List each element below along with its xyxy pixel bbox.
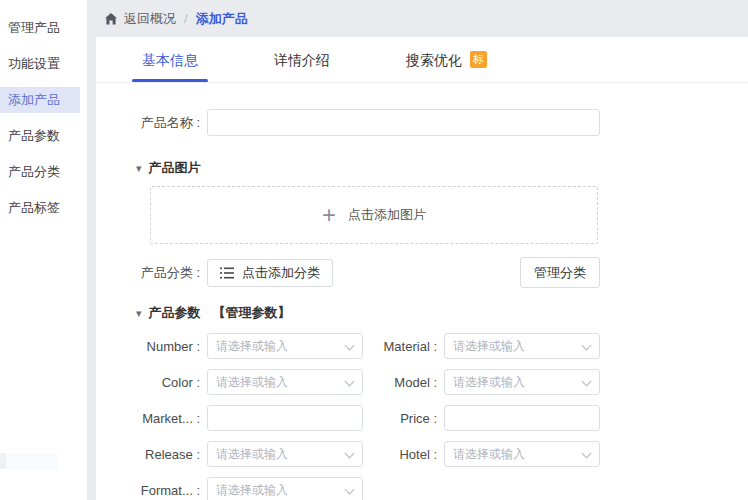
add-category-button[interactable]: 点击添加分类 (207, 259, 333, 287)
chevron-down-icon (346, 448, 354, 456)
param-label: Model : (363, 375, 437, 390)
sidebar-item-product-category[interactable]: 产品分类 (0, 159, 87, 185)
param-select-hotel[interactable]: 请选择或输入 (444, 441, 600, 467)
param-select-model[interactable]: 请选择或输入 (444, 369, 600, 395)
chevron-down-icon (346, 484, 354, 492)
tab-bar: 基本信息 详情介绍 搜索优化 标 (96, 37, 748, 83)
tab-basic-info-label: 基本信息 (142, 38, 198, 82)
params-row: Number : 请选择或输入 Material : 请选择或输入 (96, 333, 602, 359)
plus-icon: + (322, 203, 336, 227)
sidebar-item-manage-products[interactable]: 管理产品 (0, 15, 87, 41)
product-name-input[interactable] (207, 109, 600, 136)
sidebar-item-add-product[interactable]: 添加产品 (0, 87, 80, 113)
param-field-material: Material : 请选择或输入 (363, 333, 600, 359)
param-label: Release : (96, 447, 200, 462)
param-select-release[interactable]: 请选择或输入 (207, 441, 363, 467)
param-field-number: Number : 请选择或输入 (96, 333, 363, 359)
param-field-color: Color : 请选择或输入 (96, 369, 363, 395)
params-row: Format... : 请选择或输入 (96, 477, 602, 500)
add-image-label: 点击添加图片 (348, 206, 426, 224)
product-form: 产品名称 : ▾ 产品图片 + 点击添加图片 产品分类 : 点击添加分类 (96, 83, 602, 500)
add-category-button-label: 点击添加分类 (242, 264, 320, 282)
breadcrumb-current: 添加产品 (196, 10, 248, 28)
tab-basic-info[interactable]: 基本信息 (132, 37, 208, 83)
params-row: Market... : Price : (96, 405, 602, 431)
param-field-format: Format... : 请选择或输入 (96, 477, 363, 500)
tab-detail-intro-label: 详情介绍 (274, 38, 330, 82)
product-params-section-header: ▾ 产品参数 【管理参数】 (136, 304, 602, 322)
home-icon[interactable] (104, 12, 118, 26)
select-placeholder: 请选择或输入 (453, 446, 583, 463)
breadcrumb: 返回概况 / 添加产品 (88, 0, 748, 37)
watermark (0, 453, 58, 469)
param-label: Market... : (96, 411, 200, 426)
content-card: 基本信息 详情介绍 搜索优化 标 产品名称 : ▾ 产品图片 + (96, 37, 748, 500)
manage-params-link[interactable]: 【管理参数】 (213, 304, 291, 322)
chevron-down-icon (583, 448, 591, 456)
caret-down-icon[interactable]: ▾ (136, 307, 142, 320)
param-select-color[interactable]: 请选择或输入 (207, 369, 363, 395)
param-input-price[interactable] (444, 405, 600, 431)
params-row: Color : 请选择或输入 Model : 请选择或输入 (96, 369, 602, 395)
main-area: 返回概况 / 添加产品 基本信息 详情介绍 搜索优化 标 产品名称 : (88, 0, 748, 500)
breadcrumb-separator: / (184, 11, 188, 26)
param-field-model: Model : 请选择或输入 (363, 369, 600, 395)
manage-category-button[interactable]: 管理分类 (520, 257, 600, 288)
product-name-row: 产品名称 : (96, 109, 602, 136)
chevron-down-icon (346, 340, 354, 348)
tab-search-optimization-label: 搜索优化 (406, 38, 462, 82)
tab-search-optimization[interactable]: 搜索优化 标 (396, 37, 497, 83)
params-grid: Number : 请选择或输入 Material : 请选择或输入 (96, 333, 602, 500)
param-field-market: Market... : (96, 405, 363, 431)
product-category-row: 产品分类 : 点击添加分类 管理分类 (96, 259, 602, 287)
params-row: Release : 请选择或输入 Hotel : 请选择或输入 (96, 441, 602, 467)
param-select-format[interactable]: 请选择或输入 (207, 477, 363, 500)
param-select-material[interactable]: 请选择或输入 (444, 333, 600, 359)
sidebar-item-function-settings[interactable]: 功能设置 (0, 51, 87, 77)
chevron-down-icon (346, 376, 354, 384)
param-label: Color : (96, 375, 200, 390)
caret-down-icon[interactable]: ▾ (136, 162, 142, 175)
list-icon (220, 267, 234, 279)
select-placeholder: 请选择或输入 (216, 446, 346, 463)
param-label: Format... : (96, 483, 200, 498)
param-select-number[interactable]: 请选择或输入 (207, 333, 363, 359)
chevron-down-icon (583, 376, 591, 384)
product-params-section-title: 产品参数 (149, 304, 201, 322)
product-image-section-header: ▾ 产品图片 (136, 159, 602, 177)
breadcrumb-back-link[interactable]: 返回概况 (124, 10, 176, 28)
param-input-market[interactable] (207, 405, 363, 431)
product-category-label: 产品分类 : (96, 264, 200, 282)
param-label: Price : (363, 411, 437, 426)
product-name-label: 产品名称 : (96, 114, 200, 132)
param-field-hotel: Hotel : 请选择或输入 (363, 441, 600, 467)
add-image-upload-box[interactable]: + 点击添加图片 (150, 186, 598, 244)
tab-badge: 标 (470, 51, 487, 68)
param-label: Hotel : (363, 447, 437, 462)
select-placeholder: 请选择或输入 (216, 482, 346, 499)
select-placeholder: 请选择或输入 (453, 338, 583, 355)
param-field-price: Price : (363, 405, 600, 431)
param-field-release: Release : 请选择或输入 (96, 441, 363, 467)
param-label: Material : (363, 339, 437, 354)
chevron-down-icon (583, 340, 591, 348)
sidebar-item-product-params[interactable]: 产品参数 (0, 123, 87, 149)
sidebar-item-product-tags[interactable]: 产品标签 (0, 195, 87, 221)
product-image-section-title: 产品图片 (149, 159, 201, 177)
select-placeholder: 请选择或输入 (216, 374, 346, 391)
select-placeholder: 请选择或输入 (453, 374, 583, 391)
param-label: Number : (96, 339, 200, 354)
sidebar: 管理产品 功能设置 添加产品 产品参数 产品分类 产品标签 (0, 0, 88, 500)
tab-detail-intro[interactable]: 详情介绍 (264, 37, 340, 83)
select-placeholder: 请选择或输入 (216, 338, 346, 355)
